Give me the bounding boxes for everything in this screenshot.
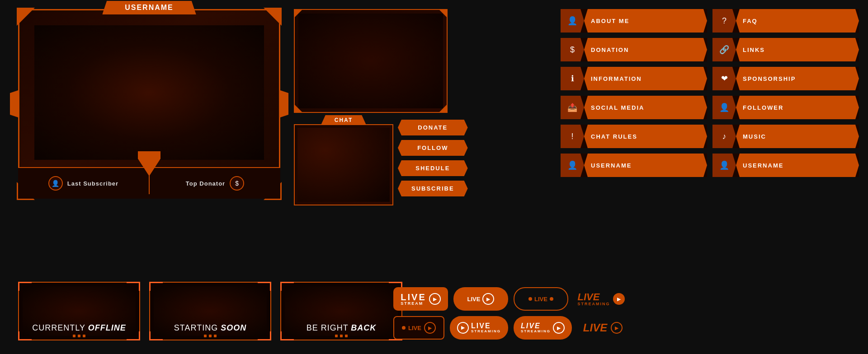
live-plain-icon: ▶ (611, 322, 623, 334)
live-dark-play: ▶ (424, 322, 436, 334)
live-streaming-play1: ▶ (457, 322, 469, 334)
menu-panel: 👤 ABOUT ME ? FAQ $ DONATION 🔗 LINKS ℹ IN… (561, 9, 859, 177)
live-outline-dark-btn[interactable]: LIVE ▶ (393, 316, 444, 340)
social-icon: 📤 (561, 96, 584, 119)
sponsorship-icon: ❤ (712, 67, 736, 90)
menu-btn-donation[interactable]: $ DONATION (561, 38, 707, 61)
live-outline-dot (528, 297, 532, 301)
oc-tr-2 (258, 282, 271, 291)
menu-btn-follower[interactable]: 👤 FOLLOWER (712, 96, 859, 119)
camera-screen (298, 14, 443, 108)
live-text-live: LIVE (578, 292, 600, 302)
menu-btn-about[interactable]: 👤 ABOUT ME (561, 9, 707, 33)
links-label: LINKS (736, 38, 859, 61)
offline-dots-2 (204, 335, 217, 337)
live-rounded-play-icon: ▶ (482, 293, 494, 305)
social-label: SOCIAL MEDIA (584, 96, 707, 119)
stream-overlay-panel: Username 👤 Last Subscriber Top Donator $ (18, 9, 280, 199)
stream-screen (34, 25, 264, 160)
chat-box: CHAT (294, 124, 393, 205)
username2-icon: 👤 (712, 154, 736, 177)
menu-btn-social[interactable]: 📤 SOCIAL MEDIA (561, 96, 707, 119)
donate-button[interactable]: DONATE (398, 120, 468, 135)
live-stream-sub: STREAM (401, 302, 426, 306)
live-streaming-live1: LIVE (471, 322, 491, 330)
camera-frame (294, 9, 448, 113)
live-streaming-btn2[interactable]: LIVE STREAMING ▶ (514, 316, 572, 340)
menu-btn-links[interactable]: 🔗 LINKS (712, 38, 859, 61)
offline-panels: CURRENTLY OFFLINE STARTING SOON (18, 282, 402, 340)
chat-screen (297, 128, 390, 202)
live-text-btn[interactable]: LIVE STREAMING ▶ (574, 287, 628, 311)
menu-btn-username1[interactable]: 👤 USERNAME (561, 154, 707, 177)
oc-br-2 (258, 331, 271, 340)
username1-label: USERNAME (584, 154, 707, 177)
live-row-1: LIVE STREAM ▶ LIVE ▶ LIVE (393, 287, 628, 311)
top-donator-label: Top Donator (186, 180, 225, 187)
dot (340, 335, 343, 337)
dot (204, 335, 207, 337)
live-outline-btn[interactable]: LIVE (514, 287, 568, 311)
donation-label: DONATION (584, 38, 707, 61)
menu-btn-sponsorship[interactable]: ❤ SPONSORSHIP (712, 67, 859, 90)
menu-btn-username2[interactable]: 👤 USERNAME (712, 154, 859, 177)
follower-label: FOLLOWER (736, 96, 859, 119)
schedule-label: SHEDULE (415, 165, 450, 172)
oc-tl-1 (18, 282, 32, 291)
oc-tl-3 (280, 282, 294, 291)
last-subscriber-label: Last Subscriber (67, 180, 118, 187)
live-streaming-live2: LIVE (521, 322, 541, 330)
live-text-streaming: STREAMING (578, 302, 610, 306)
last-subscriber-item: 👤 Last Subscriber (18, 172, 150, 194)
information-label: INFORMATION (584, 67, 707, 90)
username2-label: USERNAME (736, 154, 859, 177)
menu-btn-chat-rules[interactable]: ! CHAT RULES (561, 125, 707, 148)
offline-dots-1 (73, 335, 85, 337)
faq-icon: ? (712, 9, 736, 33)
offline-text-1: CURRENTLY OFFLINE (19, 323, 139, 333)
dot (73, 335, 75, 337)
live-row-2: LIVE ▶ ▶ LIVE STREAMING LIVE STREAMING (393, 316, 628, 340)
subscribe-button[interactable]: SUBSCRIBE (398, 181, 468, 196)
offline-bold-1: OFFLINE (88, 323, 126, 332)
chat-rules-label: CHAT RULES (584, 125, 707, 148)
oc-bl-1 (18, 331, 32, 340)
subscribe-label: SUBSCRIBE (411, 185, 454, 192)
live-rounded-btn[interactable]: LIVE ▶ (453, 287, 508, 311)
oc-bl-3 (280, 331, 294, 340)
chat-label: CHAT (335, 117, 353, 123)
offline-bold-3: BACK (351, 323, 376, 332)
side-tab-left (10, 90, 18, 117)
information-icon: ℹ (561, 67, 584, 90)
schedule-button[interactable]: SHEDULE (398, 160, 468, 176)
chat-tab: CHAT (321, 115, 366, 125)
offline-dots-3 (335, 335, 348, 337)
page: Username 👤 Last Subscriber Top Donator $… (0, 0, 868, 354)
donate-label: DONATE (418, 124, 448, 131)
username1-icon: 👤 (561, 154, 584, 177)
live-buttons-section: LIVE STREAM ▶ LIVE ▶ LIVE (393, 287, 628, 345)
chat-rules-icon: ! (561, 125, 584, 148)
live-stream-btn[interactable]: LIVE STREAM ▶ (393, 287, 448, 311)
menu-btn-faq[interactable]: ? FAQ (712, 9, 859, 33)
live-dark-label: LIVE (408, 325, 421, 331)
menu-btn-information[interactable]: ℹ INFORMATION (561, 67, 707, 90)
offline-panel-1: CURRENTLY OFFLINE (18, 282, 140, 340)
live-streaming-play2: ▶ (553, 322, 565, 334)
offline-panel-2: STARTING SOON (149, 282, 271, 340)
live-plain-label: LIVE (583, 321, 607, 334)
username-label: Username (125, 4, 174, 11)
oc-tr-1 (127, 282, 140, 291)
username-tab: Username (102, 1, 196, 14)
live-plain-btn[interactable]: LIVE ▶ (577, 316, 628, 340)
live-stream-live: LIVE (401, 293, 426, 302)
offline-bold-2: SOON (221, 323, 246, 332)
about-label: ABOUT ME (584, 9, 707, 33)
action-buttons-panel: DONATE FOLLOW SHEDULE SUBSCRIBE (398, 120, 468, 196)
oc-br-1 (127, 331, 140, 340)
live-outline-label: LIVE (534, 296, 547, 303)
menu-btn-music[interactable]: ♪ MUSIC (712, 125, 859, 148)
offline-text-3: BE RIGHT BACK (281, 323, 401, 333)
live-streaming-btn1[interactable]: ▶ LIVE STREAMING (450, 316, 508, 340)
follow-button[interactable]: FOLLOW (398, 140, 468, 156)
